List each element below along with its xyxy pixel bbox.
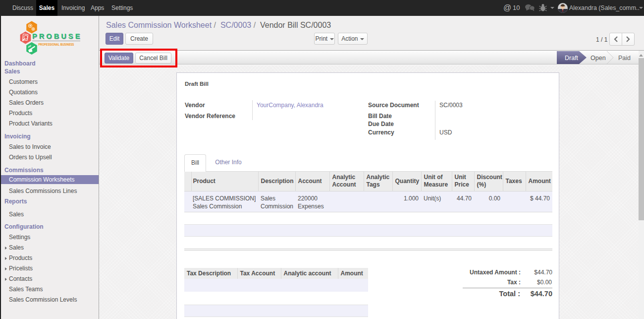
svg-text:Draft: Draft [565, 55, 579, 62]
svg-text:Open: Open [590, 55, 606, 62]
svg-text:Paid: Paid [618, 55, 631, 62]
svg-text:PROBUSE: PROBUSE [32, 32, 82, 40]
svg-text:PROFESSIONAL BUSINESS: PROFESSIONAL BUSINESS [39, 43, 74, 46]
